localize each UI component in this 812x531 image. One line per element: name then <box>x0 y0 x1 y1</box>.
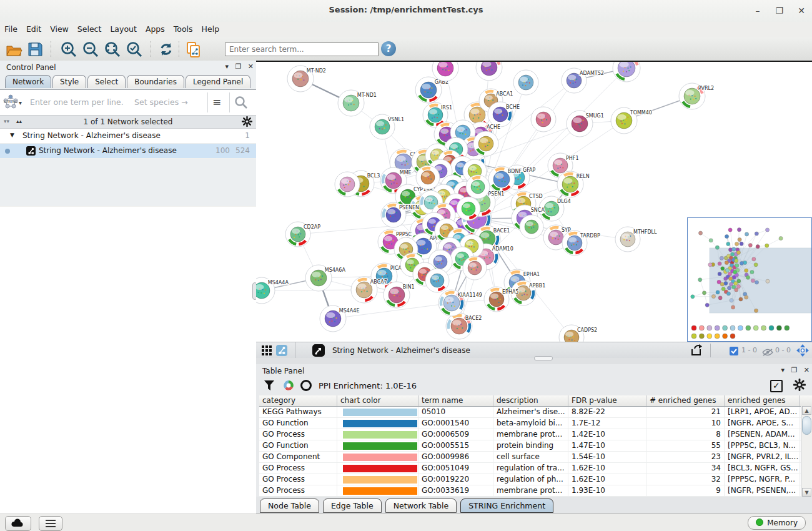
pie-chart-icon[interactable] <box>282 379 295 394</box>
zoom-selected-icon[interactable] <box>126 41 143 58</box>
hidden-eye-icon <box>762 347 773 359</box>
string-options-icon[interactable]: ≡ <box>212 96 221 108</box>
set-species-label[interactable]: Set species → <box>134 97 188 107</box>
help-icon[interactable]: ? <box>381 41 396 56</box>
zoom-out-icon[interactable] <box>82 41 99 58</box>
svg-text:PSEN1: PSEN1 <box>488 191 504 197</box>
cloud-icon[interactable] <box>5 516 31 531</box>
panel-menu-icon[interactable]: ▾ <box>225 62 229 71</box>
menu-file[interactable]: File <box>0 22 22 34</box>
table-row[interactable]: GO ProcessGO:0019220regulation of ph...1… <box>259 474 812 485</box>
network-node-count: 100 <box>215 146 230 155</box>
tab-select[interactable]: Select <box>87 75 126 88</box>
menu-help[interactable]: Help <box>197 22 224 34</box>
memory-button[interactable]: Memory <box>748 516 806 530</box>
tab-style[interactable]: Style <box>52 75 86 88</box>
string-query-placeholder[interactable]: Enter one term per line. <box>30 97 124 107</box>
open-session-icon[interactable] <box>5 41 22 58</box>
menu-tools[interactable]: Tools <box>169 22 197 34</box>
table-panel-title: Table Panel <box>262 367 304 375</box>
grid-view-icon[interactable] <box>261 345 272 359</box>
panel-float-icon[interactable]: ❐ <box>235 62 241 71</box>
column-header-FDR-p-value[interactable]: FDR p-value <box>568 395 646 406</box>
column-header-term-name[interactable]: term name <box>418 395 493 406</box>
network-view-title: String Network - Alzheimer's disease <box>332 346 470 355</box>
splitter-grip[interactable] <box>534 356 553 360</box>
detach-view-icon[interactable] <box>312 344 325 359</box>
panel-close-icon[interactable]: ✕ <box>248 62 254 71</box>
network-selected-status: 1 of 1 Network selected <box>0 117 256 126</box>
svg-text:ADAMTS2: ADAMTS2 <box>580 71 604 76</box>
color-swatch <box>343 409 417 416</box>
network-canvas[interactable]: MT-ND2MT-ND1VSNL1GAB2IRS1CHATABCA1BCHEAC… <box>256 61 812 342</box>
scrollbar-thumb[interactable] <box>802 416 811 435</box>
gear-icon[interactable] <box>242 116 252 129</box>
cell: [NGFR, PSENEN,... <box>725 485 800 496</box>
birds-eye-view[interactable] <box>687 217 812 342</box>
cell: [NGFR, PVRL2, IL... <box>725 452 800 462</box>
expander-icon[interactable]: ▼ <box>10 132 14 138</box>
color-swatch <box>343 420 417 427</box>
panel-float-icon[interactable]: ❐ <box>791 366 797 374</box>
tab-network-table[interactable]: Network Table <box>385 499 457 513</box>
menu-apps[interactable]: Apps <box>141 22 169 34</box>
string-search-icon[interactable] <box>234 96 248 112</box>
cell: GO Process <box>259 429 337 440</box>
table-row[interactable]: KEGG Pathways05010Alzheimer's dise...8.8… <box>259 407 812 418</box>
collection-name: String Network - Alzheimer's disease <box>22 131 161 140</box>
table-row[interactable]: GO ComponentGO:0009986cell surface1.54E-… <box>259 452 812 463</box>
panel-close-icon[interactable]: ✕ <box>804 366 810 374</box>
tab-network[interactable]: Network <box>5 75 51 88</box>
search-input[interactable] <box>225 42 379 56</box>
column-header-chart-color[interactable]: chart color <box>337 395 418 406</box>
cell: 1.62E-10 <box>568 463 646 474</box>
copy-network-icon[interactable] <box>185 41 202 58</box>
task-list-icon[interactable] <box>39 516 62 531</box>
tab-boundaries[interactable]: Boundaries <box>127 75 184 88</box>
tab-legend-panel[interactable]: Legend Panel <box>186 75 250 88</box>
table-row[interactable]: GO FunctionGO:0005515protein binding1.47… <box>259 440 812 452</box>
table-row[interactable]: GO ProcessGO:0033619membrane prot...1.93… <box>259 485 812 497</box>
menu-view[interactable]: View <box>46 22 73 34</box>
filter-icon[interactable] <box>264 380 275 394</box>
select-columns-icon[interactable]: ✓ <box>770 380 783 392</box>
cell: regulation of tra... <box>493 463 568 474</box>
table-row[interactable]: GO FunctionGO:0001540beta-amyloid bi...1… <box>259 418 812 429</box>
menu-layout[interactable]: Layout <box>106 22 141 34</box>
svg-text:ACHE: ACHE <box>487 124 500 130</box>
scroll-up-arrow[interactable]: ▲ <box>802 406 811 415</box>
svg-text:MS4A4E: MS4A4E <box>339 308 360 314</box>
column-header-description[interactable]: description <box>493 395 568 406</box>
network-row[interactable]: String Network - Alzheimer's disease 100… <box>0 144 256 159</box>
zoom-in-icon[interactable] <box>60 41 77 58</box>
column-header-enriched-genes[interactable]: enriched genes <box>725 395 800 406</box>
menu-edit[interactable]: Edit <box>22 22 46 34</box>
string-protein-query-icon[interactable]: STRING <box>2 94 19 112</box>
minimize-button[interactable]: – <box>750 4 766 17</box>
menu-select[interactable]: Select <box>73 22 106 34</box>
table-row[interactable]: GO ProcessGO:0051049regulation of tra...… <box>259 463 812 474</box>
refresh-icon[interactable] <box>157 41 175 58</box>
tab-edge-table[interactable]: Edge Table <box>323 499 382 513</box>
column-header--enriched-genes[interactable]: # enriched genes <box>646 395 725 406</box>
scroll-down-arrow[interactable]: ▼ <box>802 488 811 497</box>
share-view-icon[interactable] <box>276 345 287 359</box>
divider <box>207 92 208 112</box>
maximize-button[interactable]: ❐ <box>771 4 788 17</box>
zoom-fit-icon[interactable] <box>104 41 121 58</box>
cell: GO Process <box>259 485 337 496</box>
tab-node-table[interactable]: Node Table <box>260 499 319 513</box>
save-session-icon[interactable] <box>26 41 44 58</box>
tab-string-enrichment[interactable]: STRING Enrichment <box>460 499 553 513</box>
close-button[interactable]: ✕ <box>793 4 810 17</box>
chevron-down-icon[interactable]: ▾ <box>19 99 22 106</box>
table-row[interactable]: GO ProcessGO:0006509membrane prot...1.42… <box>259 429 812 440</box>
table-settings-gear-icon[interactable] <box>793 382 806 394</box>
horizontal-splitter[interactable] <box>256 358 812 364</box>
ring-chart-icon[interactable] <box>300 379 312 394</box>
panel-menu-icon[interactable]: ▾ <box>781 366 785 374</box>
column-header-category[interactable]: category <box>259 395 337 406</box>
cell: GO:0009986 <box>418 452 493 462</box>
network-collection-row[interactable]: ▼ String Network - Alzheimer's disease 1 <box>0 129 256 144</box>
table-vertical-scrollbar[interactable]: ▲ ▼ <box>801 406 812 497</box>
